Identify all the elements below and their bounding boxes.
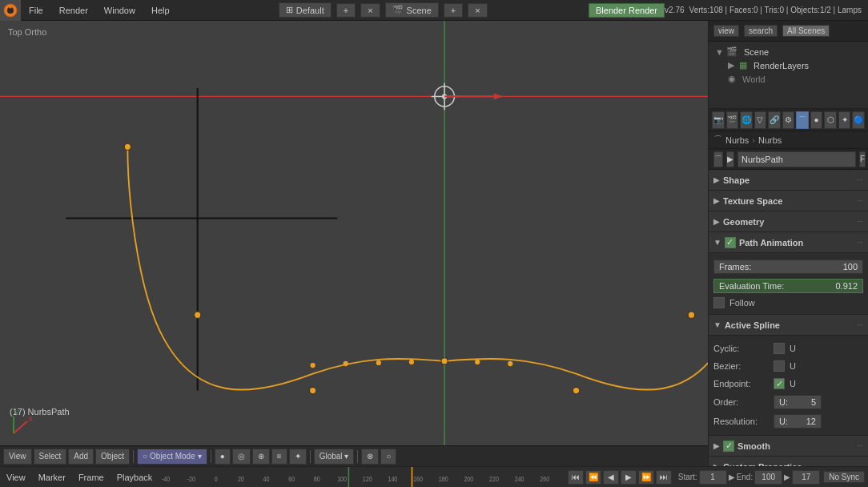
section-shape[interactable]: ▶ Shape ··· [709,170,868,191]
timeline-menu-playback[interactable]: Playback [111,467,159,488]
play-forward[interactable]: ▶ [621,470,637,485]
viewport-menu-select[interactable]: Select [34,449,67,465]
timeline-menu-marker[interactable]: Marker [32,467,72,488]
outliner-item-scene[interactable]: ▼ 🎬 Scene [712,45,865,58]
props-toolbar: 📷 🎬 🌐 ▽ 🔗 ⚙ ⌒ ● ⬡ ✦ 🔵 [709,109,868,131]
play-jump-start[interactable]: ⏮ [568,470,584,485]
world-icon: ◉ [728,74,736,84]
render-engine-selector[interactable]: Blender Render [589,3,665,18]
no-sync-btn[interactable]: No Sync [823,471,865,483]
follow-row: Follow [713,297,863,308]
order-field[interactable]: U: 5 [774,395,822,409]
section-active-spline[interactable]: ▼ Active Spline ··· [709,315,868,336]
svg-point-23 [376,360,381,365]
endpoint-checkbox[interactable]: ✓ [774,378,785,389]
outliner-search-btn[interactable]: search [744,25,778,37]
separator4 [357,450,358,463]
viewport[interactable]: Top Ortho [0,21,708,466]
eval-time-field[interactable]: Evaluation Time: 0.912 [713,279,863,293]
prop-tab-scene[interactable]: 🎬 [726,111,739,129]
prop-tab-texture[interactable]: ⬡ [824,111,837,129]
stats-bar: v2.76 Verts:108 | Faces:0 | Tris:0 | Obj… [665,6,868,14]
prop-tab-modifiers[interactable]: ⚙ [782,111,795,129]
follow-checkbox[interactable] [713,297,725,308]
prop-tab-world[interactable]: 🌐 [740,111,753,129]
viewport-menu-view[interactable]: View [3,449,32,465]
blender-logo [0,0,21,21]
smooth-checkbox[interactable]: ✓ [723,441,734,452]
geometry-dots: ··· [857,217,863,226]
viewport-icon-2[interactable]: ◎ [232,449,251,465]
outliner-header: view search All Scenes [709,21,868,42]
workspace-selector[interactable]: ⊞ Default [279,2,332,18]
outliner-item-renderlayers[interactable]: ▶ ▦ RenderLayers [712,58,865,72]
outliner-view-btn[interactable]: view [713,25,739,37]
svg-text:60: 60 [289,475,295,483]
outliner: view search All Scenes ▼ 🎬 Scene ▶ ▦ Ren… [709,21,868,109]
timeline-menu-view[interactable]: View [0,467,32,488]
scene-selector[interactable]: 🎬 Scene [385,2,439,18]
workspace-icon: ⊞ [286,5,293,15]
menu-help[interactable]: Help [143,0,178,20]
global-selector[interactable]: Object Mode Global ▾ [314,449,355,465]
outliner-all-scenes-btn[interactable]: All Scenes [782,25,830,37]
top-menu: File Render Window Help [21,0,178,20]
prop-tab-physics[interactable]: 🔵 [852,111,865,129]
section-geometry[interactable]: ▶ Geometry ··· [709,211,868,232]
frames-field[interactable]: Frames: 100 [713,260,863,274]
play-reverse[interactable]: ◀ [603,470,619,485]
viewport-menu-object[interactable]: Object [95,449,130,465]
prop-tab-constraints[interactable]: 🔗 [768,111,781,129]
scene-close[interactable]: × [468,3,487,18]
prop-tab-material[interactable]: ● [810,111,823,129]
svg-text:-20: -20 [187,475,196,483]
mode-selector[interactable]: ○ Object Mode ▾ [137,449,207,465]
end-frame-input[interactable] [754,470,782,485]
play-next-frame[interactable]: ⏩ [638,470,654,485]
outliner-item-world[interactable]: ◉ World [712,72,865,86]
name-icon: ⌒ [713,151,723,167]
scene-add[interactable]: + [444,3,463,18]
current-frame-input[interactable] [792,470,820,485]
section-custom-properties[interactable]: ▶ Custom Properties ··· [709,457,868,466]
viewport-icon-5[interactable]: ✦ [289,449,307,465]
mode-arrow: ▾ [198,452,202,461]
breadcrumb: ⌒ Nurbs › Nurbs [709,131,868,149]
workspace-close[interactable]: × [360,3,380,18]
menu-render[interactable]: Render [51,0,96,20]
outliner-tree: ▼ 🎬 Scene ▶ ▦ RenderLayers ◉ World [709,42,868,89]
path-anim-checkbox[interactable]: ✓ [725,237,736,248]
svg-point-21 [311,363,315,368]
timeline-menu-frame[interactable]: Frame [72,467,111,488]
resolution-field[interactable]: U: 12 [774,414,822,429]
svg-text:80: 80 [314,475,320,483]
play-jump-end[interactable]: ⏭ [656,470,672,485]
viewport-icon-3[interactable]: ⊕ [252,449,270,465]
workspace-add[interactable]: + [336,3,356,18]
name-f-key[interactable]: F [859,151,866,167]
start-frame-input[interactable] [699,470,727,485]
viewport-icon-1[interactable]: ● [215,449,231,465]
prop-tab-particles[interactable]: ✦ [838,111,851,129]
resolution-row: Resolution: U: 12 [713,413,863,430]
prop-tab-object[interactable]: ▽ [754,111,767,129]
section-smooth[interactable]: ▶ ✓ Smooth ··· [709,436,868,457]
menu-file[interactable]: File [21,0,51,20]
svg-text:240: 240 [515,475,524,483]
section-path-animation[interactable]: ▼ ✓ Path Animation ··· [709,232,868,253]
viewport-icon-4[interactable]: ≡ [271,449,287,465]
svg-point-12 [573,387,579,393]
cyclic-checkbox[interactable] [774,343,785,354]
name-input[interactable] [737,151,856,167]
bezier-checkbox[interactable] [774,360,785,372]
snap-btn[interactable]: ⊗ [361,449,379,465]
viewport-menu-add[interactable]: Add [68,449,94,465]
proportional-btn[interactable]: ○ [380,449,396,465]
play-prev-frame[interactable]: ⏪ [585,470,601,485]
section-texture-space[interactable]: ▶ Texture Space ··· [709,191,868,211]
svg-text:180: 180 [439,475,448,483]
menu-window[interactable]: Window [96,0,143,20]
texture-arrow: ▶ [713,196,720,205]
prop-tab-render[interactable]: 📷 [712,111,725,129]
prop-tab-data[interactable]: ⌒ [796,111,809,129]
